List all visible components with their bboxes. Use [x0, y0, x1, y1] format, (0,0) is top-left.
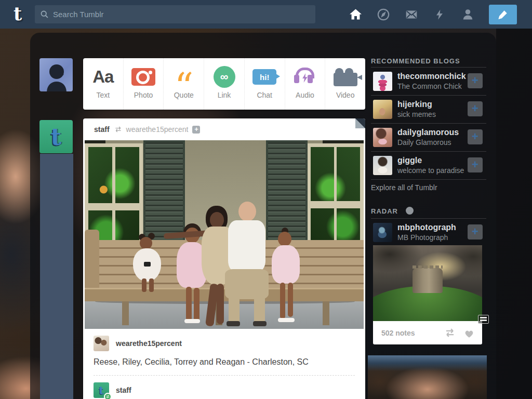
- silhouette-icon: [39, 58, 73, 91]
- blog-description: Daily Glamorous: [397, 138, 451, 147]
- blog-avatar[interactable]: [373, 223, 392, 242]
- tumblr-t-glyph: t: [51, 124, 61, 150]
- post-header: staff wearethe15percent +: [83, 118, 365, 140]
- tumblr-dashboard: t: [0, 0, 532, 399]
- text-post-icon: Aa: [92, 67, 113, 87]
- blog-avatar[interactable]: [373, 156, 392, 175]
- person-father: [238, 202, 256, 221]
- post-caption: Reese, Riley, Cecilia, Torrey and Reagan…: [94, 357, 309, 367]
- tumblr-logo[interactable]: t: [14, 3, 31, 24]
- compose-post-button[interactable]: [489, 5, 517, 24]
- compose-link-button[interactable]: ∞ Link: [204, 58, 244, 110]
- post-composer-bar: Aa Text Photo “ Quote ∞ Link hi! Chat Au…: [83, 58, 365, 110]
- photo-post-card: staff wearethe15percent +: [83, 118, 365, 399]
- reblog-commenter-name[interactable]: staff: [116, 386, 131, 394]
- pencil-icon: [497, 9, 509, 20]
- lightning-icon[interactable]: [433, 8, 446, 21]
- link-icon: ∞: [214, 66, 235, 88]
- compose-video-button[interactable]: Video: [325, 58, 365, 110]
- follow-source-button[interactable]: +: [192, 126, 200, 134]
- recommended-blog-row: hijerking sick memes +: [371, 100, 486, 125]
- blog-avatar[interactable]: [373, 128, 392, 147]
- caption-author-row: wearethe15percent: [94, 336, 182, 351]
- right-dark-overlay: [496, 29, 532, 399]
- notes-count[interactable]: 502 notes: [381, 329, 444, 337]
- radar-notes-bar: 502 notes: [373, 321, 482, 344]
- radar-blog-row: mbphotograph MB Photograph +: [371, 223, 486, 248]
- search-icon: [40, 10, 49, 19]
- blog-description: MB Photograph: [397, 233, 448, 242]
- compose-chat-button[interactable]: hi! Chat: [244, 58, 285, 110]
- caption-author-name[interactable]: wearethe15percent: [116, 339, 182, 348]
- reblog-comment-row: t staff: [94, 382, 131, 398]
- person-icon[interactable]: [461, 8, 474, 21]
- envelope-icon[interactable]: [405, 8, 418, 21]
- chat-bubble-icon: hi!: [252, 69, 276, 85]
- caption-divider: [94, 375, 355, 376]
- quote-icon: “: [174, 65, 193, 89]
- top-nav: t: [0, 0, 532, 29]
- recommended-blogs-title: RECOMMENDED BLOGS: [371, 57, 460, 65]
- radar-photo-castle-on-hill[interactable]: [373, 245, 482, 321]
- radar-next-photo[interactable]: [368, 355, 487, 399]
- staff-avatar-small[interactable]: t: [94, 382, 109, 398]
- explore-all-link[interactable]: Explore all of Tumblr: [371, 183, 437, 192]
- blog-name[interactable]: giggle: [397, 156, 422, 165]
- blog-description: sick memes: [397, 110, 436, 118]
- nav-icon-group: [349, 0, 517, 29]
- blog-avatar[interactable]: [373, 100, 392, 119]
- keyboard-shortcut-icon[interactable]: [478, 315, 489, 324]
- reblog-button[interactable]: [444, 328, 456, 338]
- post-photo-family-on-bench[interactable]: [85, 140, 364, 329]
- blog-avatar[interactable]: [373, 72, 392, 91]
- post-reblogger-name[interactable]: staff: [94, 125, 110, 134]
- follow-blog-button[interactable]: +: [468, 129, 483, 144]
- search-input[interactable]: [53, 10, 310, 19]
- follow-blog-button[interactable]: +: [468, 73, 483, 88]
- recommended-blog-row: thecommonchick The Common Chick +: [371, 72, 486, 97]
- follow-blog-button[interactable]: +: [468, 157, 483, 172]
- compose-photo-button[interactable]: Photo: [123, 58, 164, 110]
- camera-icon: [131, 68, 155, 86]
- post-source-blog[interactable]: wearethe15percent: [126, 125, 189, 134]
- compose-audio-button[interactable]: Audio: [285, 58, 325, 110]
- compose-text-button[interactable]: Aa Text: [83, 58, 123, 110]
- radar-title: RADAR: [371, 207, 398, 215]
- like-heart-button[interactable]: [463, 328, 475, 338]
- staff-blog-avatar[interactable]: t: [39, 120, 73, 153]
- user-avatar-default[interactable]: [39, 58, 73, 91]
- headphones-icon: [294, 66, 316, 88]
- movie-camera-icon: [334, 73, 357, 86]
- person-mother: [210, 212, 224, 228]
- left-avatar-column: [40, 154, 73, 399]
- compose-quote-button[interactable]: “ Quote: [163, 58, 204, 110]
- recommended-blog-row: dailyglamorous Daily Glamorous +: [371, 128, 486, 153]
- blog-name[interactable]: hijerking: [397, 100, 432, 109]
- blog-name[interactable]: dailyglamorous: [397, 128, 459, 137]
- blog-name[interactable]: mbphotograph: [397, 223, 456, 232]
- follow-blog-button[interactable]: +: [468, 224, 483, 240]
- caption-author-avatar[interactable]: [94, 336, 109, 351]
- blog-description: welcome to paradise: [397, 166, 464, 175]
- recommended-blog-row: giggle welcome to paradise +: [371, 156, 486, 181]
- stone-tower: [413, 268, 443, 293]
- radar-sponsor-dot: [406, 207, 414, 215]
- follow-blog-button[interactable]: +: [468, 101, 483, 116]
- blog-description: The Common Chick: [397, 82, 462, 90]
- compass-icon[interactable]: [377, 8, 390, 21]
- blog-name[interactable]: thecommonchick: [397, 72, 466, 81]
- search-bar[interactable]: [35, 5, 315, 23]
- home-icon[interactable]: [349, 8, 362, 21]
- reblog-badge-icon: [104, 393, 112, 399]
- person-toddler: [140, 237, 152, 249]
- person-girl-right: [278, 232, 291, 246]
- reblog-arrows-icon: [114, 126, 123, 133]
